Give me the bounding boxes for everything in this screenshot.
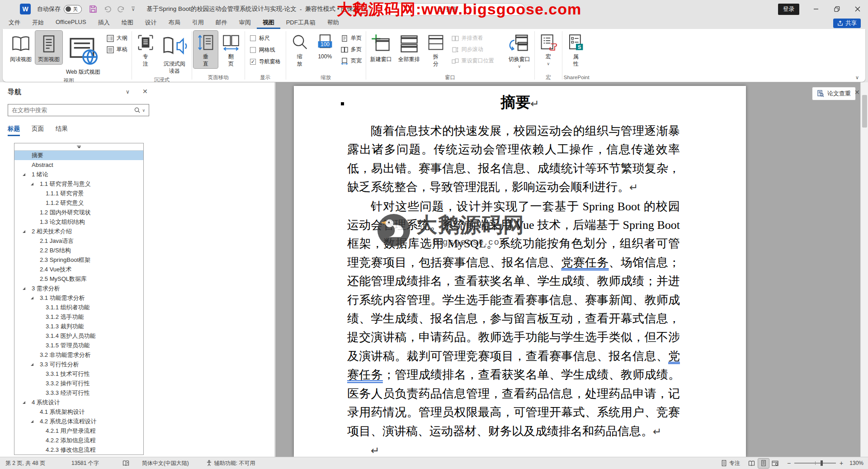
customize-qat-chevron-icon[interactable]: ∨ bbox=[132, 7, 135, 11]
reset-window-position-button[interactable]: 重设窗口位置 bbox=[452, 57, 502, 65]
ribbon-tab-帮助[interactable]: 帮助 bbox=[321, 17, 345, 29]
nav-tree-item[interactable]: 2 相关技术介绍 bbox=[14, 227, 143, 236]
close-button[interactable] bbox=[847, 0, 868, 18]
document-body[interactable]: 随着信息技术的快速发展，校园运动会的组织与管理逐渐暴露出诸多问题。传统运动会管理… bbox=[347, 122, 680, 457]
split-button[interactable]: 拆分 bbox=[424, 31, 448, 68]
nav-tree-item[interactable]: 1.1 研究背景与意义 bbox=[14, 179, 143, 189]
nav-tab-标题[interactable]: 标题 bbox=[8, 125, 20, 136]
nav-tree-item[interactable]: 3.3 可行性分析 bbox=[14, 360, 143, 369]
nav-tree-item[interactable]: 3.1.4 医护人员功能 bbox=[14, 331, 143, 341]
gridlines-checkbox[interactable]: 网格线 bbox=[250, 46, 281, 54]
view-side-by-side-button[interactable]: 并排查看 bbox=[452, 34, 502, 42]
ribbon-tab-布局[interactable]: 布局 bbox=[163, 17, 186, 29]
zoom-button[interactable]: 缩放 bbox=[288, 31, 312, 68]
expand-collapse-icon[interactable] bbox=[23, 401, 25, 404]
navigation-options-chevron-icon[interactable]: ∨ bbox=[126, 89, 130, 95]
zoom-100-button[interactable]: 100 100% bbox=[313, 31, 337, 62]
ribbon-tab-文件[interactable]: 文件 bbox=[3, 17, 26, 29]
nav-tree-item[interactable]: 4 系统设计 bbox=[14, 398, 143, 407]
nav-tree-item[interactable]: 1.1.1 研究背景 bbox=[14, 189, 143, 198]
nav-tree-item[interactable]: 4.2.1 用户登录流程 bbox=[14, 426, 143, 436]
minimize-button[interactable] bbox=[806, 0, 826, 18]
nav-tree-item[interactable]: 1 绪论 bbox=[14, 170, 143, 179]
expand-collapse-icon[interactable] bbox=[31, 363, 33, 366]
zoom-slider-track[interactable] bbox=[794, 463, 836, 464]
switch-windows-button[interactable]: 切换窗口 ∨ bbox=[506, 31, 533, 69]
focus-mode-button[interactable]: 专注 bbox=[721, 460, 740, 467]
ribbon-tab-OfficePLUS[interactable]: OfficePLUS bbox=[50, 17, 92, 29]
search-dropdown-icon[interactable]: ∨ bbox=[142, 108, 145, 113]
nav-tree-item[interactable]: 2.2 B/S结构 bbox=[14, 246, 143, 255]
navigation-close-icon[interactable]: ✕ bbox=[142, 88, 148, 95]
paper-check-button[interactable]: 论文查重 bbox=[812, 87, 856, 100]
expand-collapse-icon[interactable] bbox=[31, 183, 33, 185]
multiple-pages-button[interactable]: 多页 bbox=[341, 46, 362, 53]
page-indicator[interactable]: 第 2 页, 共 48 页 bbox=[5, 460, 45, 467]
autosave-control[interactable]: 自动保存 关 bbox=[37, 5, 82, 14]
nav-tree-item[interactable]: 3.3.2 操作可行性 bbox=[14, 379, 143, 388]
ribbon-tab-插入[interactable]: 插入 bbox=[92, 17, 116, 29]
document-search-input[interactable]: 在文档中搜索 ∨ bbox=[8, 104, 149, 116]
restore-button[interactable] bbox=[826, 0, 847, 18]
nav-tree-item[interactable]: 2.3 SpringBoot框架 bbox=[14, 255, 143, 265]
nav-tree-item[interactable]: 4.2.2 添加信息流程 bbox=[14, 436, 143, 445]
nav-tree-item[interactable]: 3.1.1 组织者功能 bbox=[14, 303, 143, 312]
proofing-errors-icon[interactable] bbox=[123, 460, 129, 467]
macros-button[interactable]: 宏 ∨ bbox=[536, 31, 561, 66]
nav-tree-item[interactable]: 3.3.3 经济可行性 bbox=[14, 388, 143, 398]
collapse-ribbon-chevron-icon[interactable]: ∨ bbox=[855, 75, 859, 81]
nav-tree-item[interactable]: 3.1.5 管理员功能 bbox=[14, 341, 143, 350]
vertical-button[interactable]: 垂直 bbox=[193, 31, 218, 68]
web-layout-mode-button[interactable] bbox=[770, 459, 781, 468]
nav-tree-item[interactable]: 3.3.1 技术可行性 bbox=[14, 369, 143, 379]
expand-collapse-icon[interactable] bbox=[31, 420, 33, 423]
nav-tab-页面[interactable]: 页面 bbox=[32, 125, 44, 136]
nav-tree-item[interactable]: 4.2.3 修改信息流程 bbox=[14, 445, 143, 455]
language-indicator[interactable]: 简体中文(中国大陆) bbox=[142, 460, 189, 467]
synchronous-scrolling-button[interactable]: 同步滚动 bbox=[452, 46, 502, 53]
zoom-in-button[interactable]: + bbox=[840, 461, 843, 465]
paragraph-1[interactable]: 随着信息技术的快速发展，校园运动会的组织与管理逐渐暴露出诸多问题。传统运动会管理… bbox=[347, 122, 680, 197]
draft-view-button[interactable]: 草稿 bbox=[107, 46, 127, 53]
word-count[interactable]: 13581 个字 bbox=[71, 460, 99, 467]
save-icon[interactable] bbox=[89, 5, 97, 13]
web-layout-button[interactable]: Web 版式视图 bbox=[63, 31, 103, 76]
vertical-scrollbar[interactable] bbox=[860, 82, 868, 457]
accessibility-status[interactable]: 辅助功能: 不可用 bbox=[206, 460, 255, 467]
ribbon-tab-设计[interactable]: 设计 bbox=[139, 17, 163, 29]
print-layout-mode-button[interactable] bbox=[758, 459, 769, 468]
focus-button[interactable]: 专注 bbox=[133, 31, 158, 68]
side-to-side-button[interactable]: 翻页 bbox=[219, 31, 243, 68]
redo-icon[interactable] bbox=[118, 5, 125, 13]
login-button[interactable]: 登录 bbox=[778, 4, 799, 15]
nav-tree-item[interactable]: 1.2 国内外研究现状 bbox=[14, 208, 143, 217]
print-layout-button[interactable]: 页面视图 bbox=[35, 31, 62, 64]
immersive-reader-button[interactable]: 沉浸式阅读器 bbox=[159, 31, 190, 76]
scrollbar-thumb[interactable] bbox=[862, 95, 867, 128]
ribbon-tab-引用[interactable]: 引用 bbox=[186, 17, 210, 29]
zoom-out-button[interactable]: − bbox=[787, 461, 791, 465]
ribbon-tab-绘图[interactable]: 绘图 bbox=[116, 17, 139, 29]
expand-collapse-icon[interactable] bbox=[23, 287, 25, 290]
ribbon-tab-邮件[interactable]: 邮件 bbox=[210, 17, 233, 29]
nav-tree-item[interactable]: 2.5 MySQL数据库 bbox=[14, 274, 143, 284]
nav-tree-item[interactable]: 3.1.3 裁判功能 bbox=[14, 322, 143, 331]
read-mode-button[interactable] bbox=[746, 459, 757, 468]
ribbon-tab-PDF工具箱[interactable]: PDF工具箱 bbox=[280, 17, 321, 29]
properties-button[interactable]: S 属性 bbox=[564, 31, 588, 68]
read-view-button[interactable]: 阅读视图 bbox=[7, 31, 34, 64]
page-width-button[interactable]: 页宽 bbox=[341, 57, 362, 65]
paper-check-close-icon[interactable]: ✕ bbox=[854, 89, 860, 96]
arrange-all-button[interactable]: 全部重排 bbox=[396, 31, 423, 64]
empty-paragraph[interactable]: ↵ bbox=[347, 441, 680, 457]
nav-tree-item[interactable]: 1.3 论文组织结构 bbox=[14, 217, 143, 227]
nav-tree-item[interactable]: 3.2 非功能需求分析 bbox=[14, 350, 143, 360]
nav-tree-item[interactable]: 3.1.2 选手功能 bbox=[14, 312, 143, 322]
one-page-button[interactable]: 单页 bbox=[341, 34, 362, 42]
nav-tree-item[interactable]: 2.1 Java语言 bbox=[14, 236, 143, 246]
nav-tree-item[interactable]: Abstract bbox=[14, 160, 143, 170]
zoom-slider-knob[interactable] bbox=[821, 460, 823, 466]
share-button[interactable]: 共享 bbox=[833, 19, 861, 28]
undo-icon[interactable] bbox=[104, 5, 111, 13]
nav-tree-item[interactable]: 1.1.2 研究意义 bbox=[14, 198, 143, 208]
